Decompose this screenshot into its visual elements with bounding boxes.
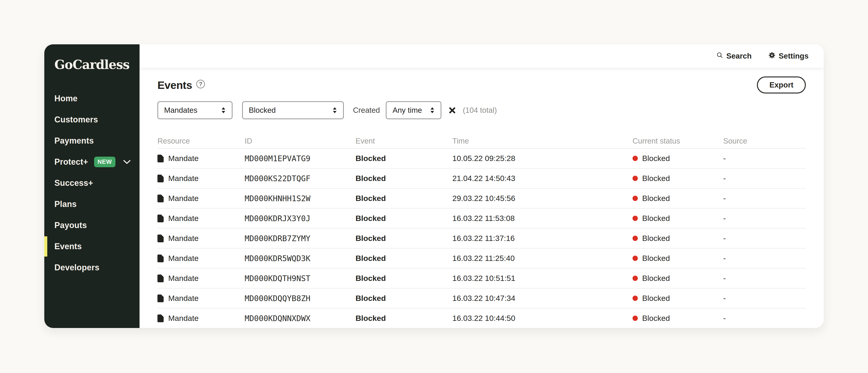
status-dot-icon	[632, 216, 638, 221]
column-header: Source	[723, 137, 806, 145]
settings-label: Settings	[779, 52, 809, 60]
page-title: Events	[157, 79, 192, 91]
id-cell: MD000KDRB7ZYMY	[245, 234, 355, 243]
main-area: Search Settings	[140, 44, 824, 328]
source-cell: -	[723, 254, 806, 263]
sidebar-item-protect[interactable]: Protect+ NEW	[44, 151, 140, 172]
table-row[interactable]: Mandate MD000KHNHH1S2W Blocked 29.03.22 …	[157, 189, 806, 208]
event-type-value: Blocked	[249, 106, 276, 115]
table-row[interactable]: Mandate MD000M1EPVATG9 Blocked 10.05.22 …	[157, 149, 806, 169]
event-cell: Blocked	[355, 234, 452, 243]
source-cell: -	[723, 274, 806, 283]
resource-type-select[interactable]: Mandates	[157, 101, 232, 119]
sidebar-item-label: Plans	[54, 199, 76, 209]
settings-button[interactable]: Settings	[768, 52, 809, 61]
column-header: Resource	[157, 137, 245, 145]
status-cell: Blocked	[632, 214, 723, 223]
document-icon	[157, 314, 164, 322]
id-cell: MD000KDR5WQD3K	[245, 254, 355, 263]
resource-cell: Mandate	[157, 174, 245, 183]
resource-cell: Mandate	[157, 314, 245, 323]
sidebar-item-home[interactable]: Home	[44, 88, 140, 109]
sidebar-item-label: Success+	[54, 178, 93, 188]
table-row[interactable]: Mandate MD000KS22DTQGF Blocked 21.04.22 …	[157, 169, 806, 189]
event-cell: Blocked	[355, 194, 452, 203]
event-cell: Blocked	[355, 174, 452, 183]
status-label: Blocked	[642, 254, 670, 263]
id-cell: MD000KS22DTQGF	[245, 174, 355, 183]
app-window: GoCardless Home Customers Payments Prote…	[44, 44, 824, 328]
status-dot-icon	[632, 276, 638, 281]
source-cell: -	[723, 314, 806, 323]
table-header-row: ResourceIDEventTimeCurrent statusSource	[157, 134, 806, 149]
sidebar-nav: Home Customers Payments Protect+ NEW Suc…	[44, 88, 140, 278]
sidebar-item-label: Home	[54, 94, 78, 103]
table-row[interactable]: Mandate MD000KDQTH9NST Blocked 16.03.22 …	[157, 268, 806, 288]
document-icon	[157, 214, 164, 222]
sidebar-item-success[interactable]: Success+	[44, 172, 140, 194]
status-label: Blocked	[642, 194, 670, 203]
created-label: Created	[353, 106, 380, 115]
event-cell: Blocked	[355, 254, 452, 263]
document-icon	[157, 154, 164, 162]
resource-cell: Mandate	[157, 234, 245, 243]
status-cell: Blocked	[632, 234, 723, 243]
resource-label: Mandate	[168, 154, 198, 163]
status-dot-icon	[632, 295, 638, 301]
chevron-down-icon	[123, 160, 131, 165]
table-row[interactable]: Mandate MD000KDR5WQD3K Blocked 16.03.22 …	[157, 249, 806, 268]
source-cell: -	[723, 194, 806, 203]
export-button[interactable]: Export	[757, 77, 806, 93]
clear-filters-icon[interactable]	[449, 107, 456, 114]
sidebar-item-events[interactable]: Events	[44, 236, 140, 257]
brand-logo: GoCardless	[54, 57, 140, 72]
event-cell: Blocked	[355, 294, 452, 303]
table-row[interactable]: Mandate MD000KDQQYB8ZH Blocked 16.03.22 …	[157, 288, 806, 309]
table-row[interactable]: Mandate MD000KDRJX3Y0J Blocked 16.03.22 …	[157, 208, 806, 229]
column-header: Time	[452, 137, 632, 145]
select-arrows-icon	[216, 107, 226, 114]
status-dot-icon	[632, 196, 638, 201]
column-header: Event	[355, 137, 452, 145]
table-row[interactable]: Mandate MD000KDQNNXDWX Blocked 16.03.22 …	[157, 309, 806, 328]
table-row[interactable]: Mandate MD000KDRB7ZYMY Blocked 16.03.22 …	[157, 229, 806, 249]
resource-cell: Mandate	[157, 214, 245, 223]
sidebar-item-label: Developers	[54, 263, 99, 272]
sidebar-item-label: Payments	[54, 136, 94, 146]
title-row: Events ? Export	[157, 77, 806, 93]
status-label: Blocked	[642, 174, 670, 183]
gear-icon	[768, 52, 776, 61]
table-body: Mandate MD000M1EPVATG9 Blocked 10.05.22 …	[157, 149, 806, 328]
resource-label: Mandate	[168, 274, 198, 283]
sidebar-item-developers[interactable]: Developers	[44, 257, 140, 278]
status-dot-icon	[632, 156, 638, 161]
time-cell: 16.03.22 10:44:50	[452, 314, 632, 323]
resource-label: Mandate	[168, 194, 198, 203]
sidebar-item-payouts[interactable]: Payouts	[44, 215, 140, 236]
event-type-select[interactable]: Blocked	[242, 101, 344, 119]
select-arrows-icon	[327, 107, 338, 114]
created-time-select[interactable]: Any time	[386, 101, 441, 119]
resource-label: Mandate	[168, 294, 198, 303]
sidebar-item-payments[interactable]: Payments	[44, 130, 140, 151]
search-button[interactable]: Search	[716, 52, 752, 61]
search-icon	[716, 52, 723, 61]
source-cell: -	[723, 234, 806, 243]
document-icon	[157, 234, 164, 242]
status-label: Blocked	[642, 314, 670, 323]
sidebar-item-customers[interactable]: Customers	[44, 109, 140, 130]
sidebar-item-plans[interactable]: Plans	[44, 194, 140, 215]
resource-label: Mandate	[168, 314, 198, 323]
source-cell: -	[723, 174, 806, 183]
status-dot-icon	[632, 236, 638, 241]
resource-label: Mandate	[168, 214, 198, 223]
content: Events ? Export Mandates Blocked	[140, 68, 824, 328]
results-total: (104 total)	[463, 106, 497, 115]
status-dot-icon	[632, 176, 638, 181]
sidebar-item-label: Customers	[54, 115, 98, 124]
time-cell: 16.03.22 10:51:51	[452, 274, 632, 283]
status-cell: Blocked	[632, 314, 723, 323]
time-cell: 16.03.22 10:47:34	[452, 294, 632, 303]
resource-cell: Mandate	[157, 194, 245, 203]
help-icon[interactable]: ?	[196, 80, 205, 88]
